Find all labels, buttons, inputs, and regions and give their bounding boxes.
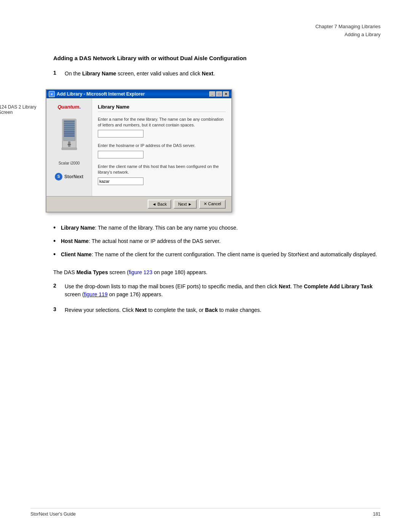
step-2-number: 2 [53,283,61,289]
svg-rect-2 [64,121,74,122]
body-paragraph-1: The DAS Media Types screen (figure 123 o… [53,268,381,276]
restore-button[interactable]: □ [216,91,222,97]
figure-caption: Figure 124 DAS 2 Library Name Screen [0,89,46,115]
dialog-body: Quantum. [46,98,231,196]
svg-rect-9 [64,135,74,137]
chapter-subsection: Adding a Library [344,32,381,37]
figure-area: Figure 124 DAS 2 Library Name Screen e A… [0,89,381,212]
step-2: 2 Use the drop-down lists to map the mai… [53,283,381,299]
svg-rect-5 [64,127,74,128]
cancel-button[interactable]: ✕ Cancel [199,200,226,209]
back-button[interactable]: ◄ Back [148,200,171,209]
stornext-label: StorNext [64,174,83,179]
svg-rect-8 [64,133,74,134]
field-group-1: Enter a name for the new library. The na… [98,117,226,138]
stornext-logo: S StorNext [55,173,83,181]
step-1-number: 1 [53,70,61,76]
bullet-text-2: Host Name: The actual host name or IP ad… [61,237,221,245]
close-button[interactable]: ✕ [223,91,229,97]
minimize-button[interactable]: _ [209,91,215,97]
figure-caption-line1: Figure 124 DAS 2 Library [0,104,38,110]
field1-description: Enter a name for the new library. The na… [98,117,226,128]
field-group-2: Enter the hostname or IP address of the … [98,143,226,158]
figure-caption-line2: Name Screen [0,110,38,115]
footer-left: StorNext User's Guide [30,511,76,517]
dialog-right-panel: Library Name Enter a name for the new li… [92,98,231,196]
chapter-title: Chapter 7 Managing Libraries [315,24,381,29]
browser-icon: e [49,91,55,97]
bullet-item-3: • Client Name: The name of the client fo… [53,251,381,259]
bullet-item-1: • Library Name: The name of the library.… [53,224,381,232]
svg-rect-7 [64,131,74,133]
figure123-link[interactable]: figure 123 [129,269,152,275]
svg-rect-3 [64,123,74,124]
section-title: Adding a DAS Network Library with or wit… [53,54,381,62]
dialog-footer: ◄ Back Next ► ✕ Cancel [46,196,231,212]
figure119-link[interactable]: figure 119 [84,291,108,297]
stornext-icon: S [55,173,62,181]
svg-rect-12 [62,148,77,150]
dialog-section-title: Library Name [98,104,226,112]
dialog-left-panel: Quantum. [46,98,92,196]
step-1-text: On the Library Name screen, enter valid … [65,70,215,78]
bullet-dot-1: • [53,224,61,231]
dialog-titlebar: e Add Library - Microsoft Internet Explo… [46,90,231,98]
page-footer: StorNext User's Guide 181 [30,508,381,517]
step-1: 1 On the Library Name screen, enter vali… [53,70,381,78]
library-name-input[interactable] [98,130,143,137]
main-content: Adding a DAS Network Library with or wit… [53,54,381,314]
titlebar-controls: _ □ ✕ [209,91,229,97]
footer-right: 181 [373,511,381,517]
bullet-dot-2: • [53,238,61,244]
quantum-logo: Quantum. [57,104,81,110]
step-3-text: Review your selections. Click Next to co… [65,306,261,314]
dialog-window: e Add Library - Microsoft Internet Explo… [46,89,232,212]
bullet-text-3: Client Name: The name of the client for … [61,251,377,259]
bullet-list: • Library Name: The name of the library.… [53,224,381,259]
field2-description: Enter the hostname or IP address of the … [98,143,226,149]
svg-rect-11 [67,144,71,145]
dialog-titlebar-left: e Add Library - Microsoft Internet Explo… [49,91,145,97]
dialog-title: Add Library - Microsoft Internet Explore… [57,91,145,97]
field-group-3: Enter the client name of this host that … [98,164,226,185]
svg-rect-6 [64,129,74,131]
bullet-dot-3: • [53,251,61,258]
bullet-item-2: • Host Name: The actual host name or IP … [53,237,381,245]
chapter-header: Chapter 7 Managing Libraries Adding a Li… [30,23,381,39]
library-label: Scalar i2000 [59,161,80,165]
next-button[interactable]: Next ► [174,200,197,209]
step-3-number: 3 [53,306,61,312]
hostname-input[interactable] [98,151,143,158]
svg-rect-4 [64,125,74,126]
field3-description: Enter the client name of this host that … [98,164,226,176]
bullet-text-1: Library Name: The name of the library. T… [61,224,238,232]
step-3: 3 Review your selections. Click Next to … [53,306,381,314]
library-image [58,117,81,155]
step-2-text: Use the drop-down lists to map the mail … [65,283,381,299]
client-name-input[interactable] [98,177,143,185]
